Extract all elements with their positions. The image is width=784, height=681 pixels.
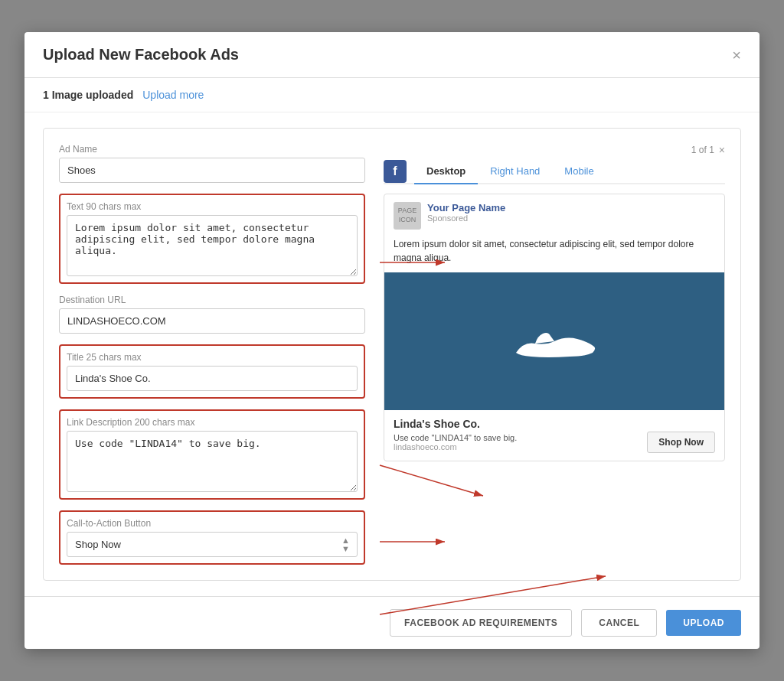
modal-footer: FACEBOOK AD REQUIREMENTS CANCEL UPLOAD xyxy=(24,596,760,649)
text-textarea[interactable] xyxy=(67,215,358,276)
left-panel: Ad Name Text 90 chars max Destination UR… xyxy=(59,144,365,565)
modal-overlay: Upload New Facebook Ads × 1 Image upload… xyxy=(0,0,784,681)
ad-footer-bottom: Use code "LINDA14" to save big. lindasho… xyxy=(394,432,715,453)
tab-right-hand[interactable]: Right Hand xyxy=(478,159,552,183)
ad-preview-meta: Your Page Name Sponsored xyxy=(427,202,505,223)
modal-title: Upload New Facebook Ads xyxy=(43,46,239,64)
ad-footer-desc: Use code "LINDA14" to save big. xyxy=(394,433,517,442)
title-input[interactable] xyxy=(67,366,358,391)
ad-preview: PAGE ICON Your Page Name Sponsored Lorem… xyxy=(384,194,725,461)
destination-url-label: Destination URL xyxy=(59,295,365,305)
upload-more-link[interactable]: Upload more xyxy=(142,89,204,101)
destination-url-input[interactable] xyxy=(59,308,365,334)
right-panel: 1 of 1 × f Desktop Right Hand Mobile xyxy=(384,144,725,565)
ad-sponsored: Sponsored xyxy=(427,213,505,223)
counter-text: 1 of 1 xyxy=(691,145,714,155)
cancel-button[interactable]: CANCEL xyxy=(581,609,657,637)
ad-name-label: Ad Name xyxy=(59,144,365,155)
page-icon-text2: ICON xyxy=(399,216,416,225)
page-icon: PAGE ICON xyxy=(394,202,421,230)
ad-name-input[interactable] xyxy=(59,158,365,183)
images-uploaded-label: 1 Image uploaded xyxy=(43,89,133,101)
cta-field-group: Call-to-Action Button Shop Now Learn Mor… xyxy=(59,510,365,565)
cta-label: Call-to-Action Button xyxy=(67,518,358,529)
svg-line-1 xyxy=(380,465,483,496)
ad-preview-footer: Linda's Shoe Co. Use code "LINDA14" to s… xyxy=(384,410,724,461)
text-label: Text 90 chars max xyxy=(67,201,358,212)
ad-preview-header: PAGE ICON Your Page Name Sponsored xyxy=(384,194,724,237)
link-desc-field-group: Link Description 200 chars max xyxy=(59,409,365,500)
shop-now-button[interactable]: Shop Now xyxy=(647,432,715,453)
ad-name-field-group: Ad Name xyxy=(59,144,365,183)
link-desc-textarea[interactable] xyxy=(67,431,358,492)
shoe-image xyxy=(508,314,600,368)
modal-body: Ad Name Text 90 chars max Destination UR… xyxy=(24,112,760,596)
ad-footer-desc-wrap: Use code "LINDA14" to save big. lindasho… xyxy=(394,433,517,451)
destination-url-field-group: Destination URL xyxy=(59,295,365,334)
tab-desktop[interactable]: Desktop xyxy=(414,159,478,183)
title-label: Title 25 chars max xyxy=(67,352,358,363)
ad-card: Ad Name Text 90 chars max Destination UR… xyxy=(43,128,741,581)
requirements-button[interactable]: FACEBOOK AD REQUIREMENTS xyxy=(390,609,572,637)
link-desc-label: Link Description 200 chars max xyxy=(67,417,358,428)
ad-footer-url: lindashoeco.com xyxy=(394,442,517,451)
card-counter-close[interactable]: × xyxy=(719,144,725,156)
upload-button[interactable]: UPLOAD xyxy=(666,610,741,636)
cta-select-wrapper: Shop Now Learn More Sign Up Book Now ▲▼ xyxy=(67,532,358,557)
ad-page-name: Your Page Name xyxy=(427,202,505,213)
close-button[interactable]: × xyxy=(732,47,741,63)
modal-subheader: 1 Image uploaded Upload more xyxy=(24,78,760,112)
ad-footer-title: Linda's Shoe Co. xyxy=(394,418,715,430)
title-field-group: Title 25 chars max xyxy=(59,344,365,399)
cta-select[interactable]: Shop Now Learn More Sign Up Book Now xyxy=(67,532,358,557)
text-field-group: Text 90 chars max xyxy=(59,194,365,284)
preview-tabs: f Desktop Right Hand Mobile xyxy=(384,159,725,184)
modal-header: Upload New Facebook Ads × xyxy=(24,32,760,78)
tab-mobile[interactable]: Mobile xyxy=(552,159,606,183)
ad-preview-image xyxy=(384,272,724,410)
modal: Upload New Facebook Ads × 1 Image upload… xyxy=(24,32,760,649)
facebook-icon: f xyxy=(384,160,407,183)
page-icon-text1: PAGE xyxy=(398,207,416,216)
card-counter: 1 of 1 × xyxy=(691,144,725,156)
ad-preview-text: Lorem ipsum dolor sit amet, consectetur … xyxy=(384,237,724,272)
